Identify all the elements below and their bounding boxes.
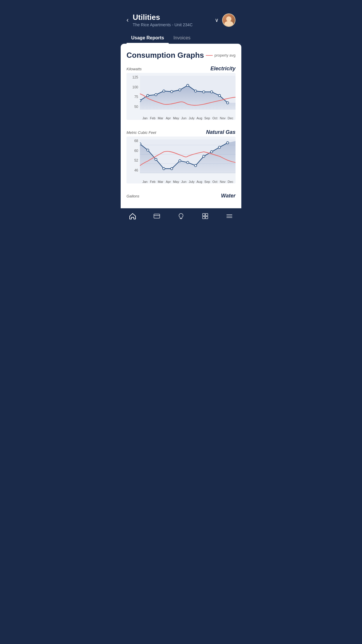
nav-utilities[interactable]	[169, 212, 193, 221]
x-oct-ng: Oct	[211, 180, 219, 183]
nav-billing[interactable]	[145, 212, 169, 221]
water-chart-name: Water	[221, 193, 236, 199]
header-title-block: Utilities The Rice Apartments - Unit 234…	[133, 13, 192, 27]
natural-gas-unit-label: Metric Cubic Feet	[126, 130, 156, 135]
svg-point-15	[218, 94, 221, 97]
y-label-60: 60	[128, 149, 138, 153]
x-jun: Jun	[180, 116, 188, 120]
natural-gas-x-labels: Jan Feb Mar Apr May Jun July Aug Sep Oct…	[140, 179, 236, 183]
natural-gas-chart-container: Metric Cubic Feet Natural Gas 68 60 52 4…	[126, 129, 236, 183]
tab-usage-reports[interactable]: Usage Reports	[126, 32, 169, 43]
svg-rect-37	[203, 214, 205, 216]
header-left: ‹ Utilities The Rice Apartments - Unit 2…	[126, 13, 215, 27]
lightbulb-icon	[177, 212, 185, 221]
water-chart-container: Gallons Water	[126, 193, 236, 202]
svg-point-16	[226, 102, 229, 104]
x-jul-ng: July	[188, 180, 196, 183]
home-icon	[129, 212, 137, 221]
natural-gas-y-labels: 68 60 52 46	[126, 136, 140, 175]
y-label-46: 46	[128, 168, 138, 172]
svg-rect-39	[203, 216, 205, 219]
electricity-chart-header: Kilowatts Electricity	[126, 66, 236, 72]
x-feb: Feb	[149, 116, 157, 120]
x-dec-ng: Dec	[226, 180, 234, 183]
section-header: Consumption Graphs property avg	[126, 51, 236, 60]
svg-point-14	[210, 91, 213, 93]
avatar-image	[223, 14, 235, 26]
page-title: Utilities	[133, 13, 192, 22]
natural-gas-chart-header: Metric Cubic Feet Natural Gas	[126, 129, 236, 135]
x-nov: Nov	[219, 116, 227, 120]
electricity-chart-wrapper: 125 100 75 50	[126, 73, 236, 120]
menu-icon	[225, 212, 233, 221]
x-aug: Aug	[196, 116, 203, 120]
svg-point-11	[187, 84, 189, 87]
electricity-svg	[140, 76, 236, 115]
dropdown-icon[interactable]: ∨	[215, 17, 219, 23]
water-unit-label: Gallons	[126, 194, 139, 198]
svg-point-5	[140, 99, 141, 102]
x-apr-ng: Apr	[164, 180, 172, 183]
nav-reports[interactable]	[193, 212, 217, 221]
avatar[interactable]	[222, 13, 236, 27]
natural-gas-svg	[140, 139, 236, 179]
x-mar: Mar	[157, 116, 164, 120]
x-jan-ng: Jan	[141, 180, 149, 183]
tab-invoices[interactable]: Invoices	[169, 32, 195, 43]
x-oct: Oct	[211, 116, 219, 120]
electricity-y-labels: 125 100 75 50	[126, 73, 140, 111]
svg-point-13	[203, 91, 205, 93]
svg-rect-34	[154, 214, 160, 218]
svg-point-28	[187, 161, 189, 164]
svg-point-24	[155, 158, 157, 161]
svg-point-25	[163, 168, 165, 170]
x-mar-ng: Mar	[157, 180, 164, 183]
billing-icon	[153, 212, 161, 221]
svg-point-22	[140, 143, 141, 145]
grid-icon	[201, 212, 209, 221]
svg-point-10	[179, 89, 181, 91]
x-sep: Sep	[203, 116, 211, 120]
svg-point-12	[194, 90, 197, 92]
legend-line-icon	[206, 55, 213, 56]
x-jun-ng: Jun	[180, 180, 188, 183]
y-label-125: 125	[128, 75, 138, 79]
header-right: ∨	[215, 13, 236, 27]
y-label-75: 75	[128, 95, 138, 99]
x-apr: Apr	[164, 116, 172, 120]
x-may: May	[172, 116, 180, 120]
main-content: Consumption Graphs property avg Kilowatt…	[121, 44, 241, 208]
legend-label: property avg	[215, 53, 236, 57]
electricity-x-labels: Jan Feb Mar Apr May Jun July Aug Sep Oct…	[140, 115, 236, 120]
water-chart-header: Gallons Water	[126, 193, 236, 199]
chart-legend: property avg	[206, 53, 236, 57]
electricity-chart-container: Kilowatts Electricity 125 100 75 50	[126, 66, 236, 120]
x-jan: Jan	[141, 116, 149, 120]
svg-point-6	[147, 94, 149, 97]
svg-point-8	[163, 90, 165, 92]
x-feb-ng: Feb	[149, 180, 157, 183]
page-subtitle: The Rice Apartments - Unit 234C	[133, 22, 192, 27]
svg-point-31	[210, 151, 213, 153]
svg-point-29	[194, 164, 197, 167]
svg-point-32	[218, 146, 221, 148]
svg-point-33	[226, 142, 229, 144]
svg-point-23	[147, 149, 149, 151]
svg-point-27	[179, 160, 181, 162]
svg-rect-40	[205, 216, 208, 219]
nav-home[interactable]	[121, 212, 145, 221]
y-label-68: 68	[128, 139, 138, 143]
x-jul: July	[188, 116, 196, 120]
x-sep-ng: Sep	[203, 180, 211, 183]
natural-gas-chart-name: Natural Gas	[206, 129, 236, 135]
nav-menu[interactable]	[217, 212, 241, 221]
y-label-100: 100	[128, 85, 138, 89]
y-label-50: 50	[128, 105, 138, 109]
tabs-bar: Usage Reports Invoices	[121, 32, 241, 44]
bottom-nav	[121, 208, 241, 228]
x-dec: Dec	[226, 116, 234, 120]
svg-rect-38	[205, 214, 208, 216]
section-title: Consumption Graphs	[126, 51, 204, 60]
electricity-unit-label: Kilowatts	[126, 67, 142, 71]
back-button[interactable]: ‹	[126, 16, 129, 24]
